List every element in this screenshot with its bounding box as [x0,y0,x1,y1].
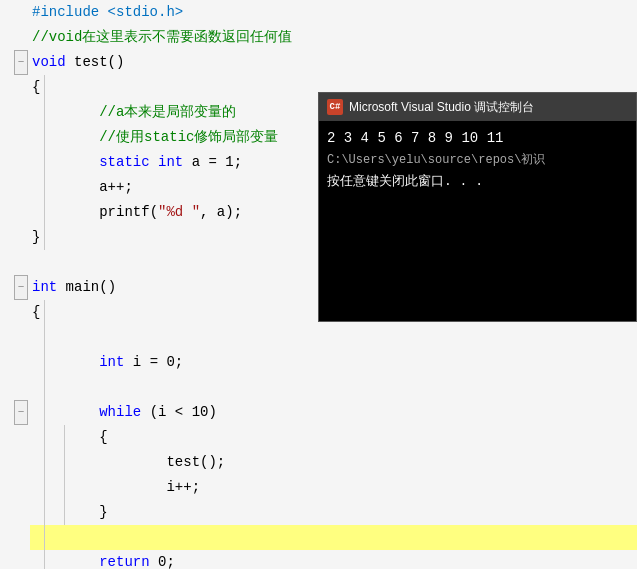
token: #include <stdio.h> [32,0,183,25]
token: void [32,50,66,75]
code-line: − while (i < 10) [30,400,637,425]
token: 0; [150,550,175,569]
line-indent [32,100,99,125]
console-output: 2 3 4 5 6 7 8 9 10 11 C:\Users\yelu\sour… [319,121,636,199]
console-output-line2: C:\Users\yelu\source\repos\初识 [327,149,628,171]
code-line: − void test() [30,50,637,75]
code-line: i++; [30,475,637,500]
code-editor: #include <stdio.h> //void在这里表示不需要函数返回任何值… [0,0,637,569]
code-line [30,325,637,350]
line-indent [32,450,166,475]
token: int [32,275,57,300]
code-line: return 0; [30,550,637,569]
token: static [99,150,149,175]
code-line: //void在这里表示不需要函数返回任何值 [30,25,637,50]
line-indent [32,150,99,175]
token: a++; [99,175,133,200]
token: test() [66,50,125,75]
console-titlebar: C# Microsoft Visual Studio 调试控制台 [319,93,636,121]
console-app-icon: C# [327,99,343,115]
token: return [99,550,149,569]
token: //void在这里表示不需要函数返回任何值 [32,25,292,50]
line-indent [32,200,99,225]
token: } [32,225,40,250]
code-line [30,375,637,400]
collapse-marker[interactable]: − [14,275,28,300]
console-title: Microsoft Visual Studio 调试控制台 [349,99,534,116]
line-indent [32,525,99,550]
console-output-line1: 2 3 4 5 6 7 8 9 10 11 [327,127,628,149]
token [150,150,158,175]
token: //a本来是局部变量的 [99,100,236,125]
line-indent [32,475,166,500]
code-line: int i = 0; [30,350,637,375]
token: a = 1; [183,150,242,175]
debug-console[interactable]: C# Microsoft Visual Studio 调试控制台 2 3 4 5… [318,92,637,322]
token: int [158,150,183,175]
token: i++; [166,475,200,500]
token: (i < 10) [141,400,217,425]
token: int [99,350,124,375]
collapse-marker[interactable]: − [14,400,28,425]
token: test(); [166,450,225,475]
console-output-line3: 按任意键关闭此窗口. . . [327,171,628,193]
token: } [99,500,107,525]
line-indent [32,500,99,525]
line-indent [32,400,99,425]
token: printf( [99,200,158,225]
code-line: #include <stdio.h> [30,0,637,25]
token: //使用static修饰局部变量 [99,125,278,150]
token: i = 0; [124,350,183,375]
line-indent [32,325,99,350]
code-line: } [30,500,637,525]
line-indent [32,350,99,375]
code-line: test(); [30,450,637,475]
token: , a); [200,200,242,225]
token: main() [57,275,116,300]
line-indent [32,375,99,400]
code-line [30,525,637,550]
line-indent [32,550,99,569]
token: "%d " [158,200,200,225]
code-line: { [30,425,637,450]
line-indent [32,175,99,200]
collapse-marker[interactable]: − [14,50,28,75]
token: { [32,75,40,100]
line-indent [32,125,99,150]
token: { [32,300,40,325]
line-indent [32,425,99,450]
token: { [99,425,107,450]
token: while [99,400,141,425]
